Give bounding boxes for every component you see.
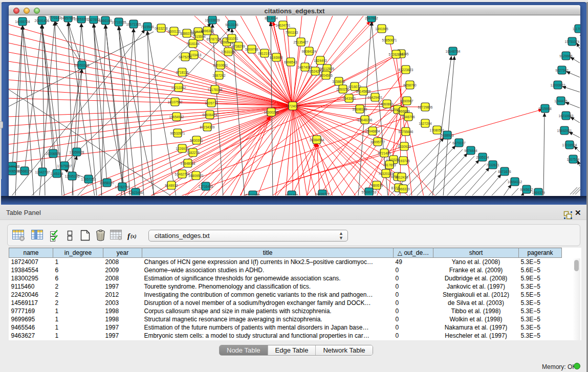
svg-text:4896383: 4896383	[201, 29, 214, 33]
svg-text:6998543: 6998543	[284, 60, 297, 64]
svg-text:12213362: 12213362	[171, 86, 186, 90]
svg-text:18724007: 18724007	[286, 104, 300, 108]
svg-text:3215958: 3215958	[538, 107, 552, 111]
svg-text:0812191: 0812191	[258, 52, 271, 55]
svg-text:10719155: 10719155	[112, 20, 126, 24]
svg-text:67010651: 67010651	[213, 63, 228, 67]
svg-text:65787133: 65787133	[207, 37, 222, 41]
svg-text:2687682: 2687682	[365, 16, 378, 20]
svg-text:1226916: 1226916	[176, 147, 189, 150]
svg-text:6479197: 6479197	[452, 141, 466, 145]
svg-text:3387262: 3387262	[212, 74, 226, 77]
svg-text:1145194: 1145194	[51, 172, 63, 176]
svg-text:1969379: 1969379	[532, 191, 545, 194]
svg-text:4738299: 4738299	[232, 45, 245, 48]
svg-text:11568129: 11568129	[17, 169, 32, 173]
svg-text:16210643: 16210643	[559, 114, 574, 118]
svg-text:37631165: 37631165	[221, 50, 236, 54]
svg-text:97848018: 97848018	[181, 162, 195, 165]
svg-text:6690967: 6690967	[400, 99, 413, 103]
svg-text:9227342: 9227342	[555, 69, 569, 72]
svg-text:9129966: 9129966	[559, 54, 573, 58]
svg-text:36995777: 36995777	[371, 140, 385, 144]
svg-text:4060883: 4060883	[380, 102, 394, 106]
svg-text:25053346: 25053346	[75, 63, 90, 67]
svg-text:19654932: 19654932	[169, 115, 184, 119]
svg-text:13716485: 13716485	[199, 185, 213, 188]
svg-text:55698169: 55698169	[353, 107, 367, 111]
svg-text:17359928: 17359928	[70, 150, 84, 154]
svg-text:7889579: 7889579	[370, 184, 383, 187]
svg-text:5009788: 5009788	[245, 48, 258, 51]
svg-text:8148932: 8148932	[165, 184, 178, 187]
svg-text:7816184: 7816184	[186, 42, 200, 46]
svg-text:7182278: 7182278	[186, 151, 200, 155]
svg-text:1527602: 1527602	[87, 18, 100, 21]
svg-text:15751074: 15751074	[565, 40, 580, 43]
svg-text:1031051: 1031051	[225, 37, 238, 40]
svg-text:81223623: 81223623	[399, 68, 413, 72]
svg-text:7770143: 7770143	[48, 16, 61, 19]
svg-text:65648236: 65648236	[358, 118, 373, 122]
svg-text:2718116: 2718116	[176, 71, 189, 74]
svg-text:34874016: 34874016	[298, 65, 313, 69]
svg-text:7193745: 7193745	[397, 159, 410, 163]
svg-text:12923446: 12923446	[128, 191, 143, 194]
svg-text:6475255: 6475255	[179, 55, 192, 59]
svg-text:16033809: 16033809	[205, 18, 220, 22]
svg-text:17080531: 17080531	[430, 128, 445, 132]
svg-text:20206578: 20206578	[46, 152, 61, 156]
svg-text:04499727: 04499727	[315, 192, 330, 196]
svg-text:51850671: 51850671	[382, 38, 397, 42]
svg-text:19384554: 19384554	[310, 138, 324, 142]
svg-text:7991183: 7991183	[286, 31, 298, 34]
svg-text:7515546: 7515546	[141, 25, 154, 29]
svg-text:7543303: 7543303	[342, 97, 356, 100]
svg-text:7346706: 7346706	[402, 115, 415, 119]
svg-text:(x): (x)	[130, 233, 137, 239]
svg-text:8813014: 8813014	[265, 16, 278, 20]
svg-text:9413186: 9413186	[225, 23, 238, 27]
svg-text:2935114: 2935114	[476, 156, 489, 159]
svg-text:1491905: 1491905	[375, 27, 388, 31]
svg-text:34624751: 34624751	[276, 24, 291, 27]
svg-text:12093872: 12093872	[551, 83, 565, 87]
svg-text:28809570: 28809570	[189, 174, 204, 178]
svg-text:6658760: 6658760	[403, 83, 417, 87]
svg-text:20691406: 20691406	[35, 19, 50, 23]
svg-text:16648784: 16648784	[446, 50, 461, 53]
svg-text:12595195: 12595195	[65, 174, 80, 178]
svg-text:10782759: 10782759	[115, 185, 130, 189]
svg-text:15692901: 15692901	[557, 129, 572, 133]
svg-text:54145868: 54145868	[356, 90, 371, 93]
svg-text:1167534: 1167534	[567, 158, 580, 161]
svg-text:9821465: 9821465	[285, 193, 298, 196]
svg-text:9912419: 9912419	[395, 176, 408, 179]
svg-text:87234309: 87234309	[200, 125, 215, 129]
svg-text:1615594: 1615594	[192, 35, 206, 38]
svg-text:9245612: 9245612	[520, 188, 533, 191]
svg-text:02606474: 02606474	[203, 113, 217, 117]
svg-text:17016504: 17016504	[562, 143, 577, 147]
svg-text:5430391: 5430391	[190, 139, 203, 142]
svg-text:1244415: 1244415	[554, 99, 568, 103]
svg-text:9474444: 9474444	[464, 149, 477, 152]
svg-text:62729806: 62729806	[418, 105, 433, 109]
svg-text:6466160: 6466160	[99, 19, 112, 23]
svg-text:5938923: 5938923	[441, 134, 454, 137]
svg-text:1824493: 1824493	[314, 59, 327, 62]
svg-text:1117074: 1117074	[573, 27, 580, 31]
svg-text:51462704: 51462704	[175, 172, 190, 176]
svg-text:73178108: 73178108	[208, 88, 223, 92]
svg-text:7632621: 7632621	[486, 163, 499, 167]
svg-text:53755646: 53755646	[399, 130, 413, 134]
svg-text:96532871: 96532871	[170, 132, 185, 135]
svg-text:98084124: 98084124	[302, 50, 317, 53]
svg-text:13975867: 13975867	[57, 164, 72, 168]
svg-text:7917693: 7917693	[383, 163, 396, 167]
svg-text:12942737: 12942737	[35, 170, 50, 174]
svg-text:6204505: 6204505	[319, 74, 333, 77]
svg-text:10958107: 10958107	[100, 181, 115, 185]
svg-text:01429401: 01429401	[368, 96, 383, 99]
svg-text:17957253: 17957253	[81, 178, 96, 181]
